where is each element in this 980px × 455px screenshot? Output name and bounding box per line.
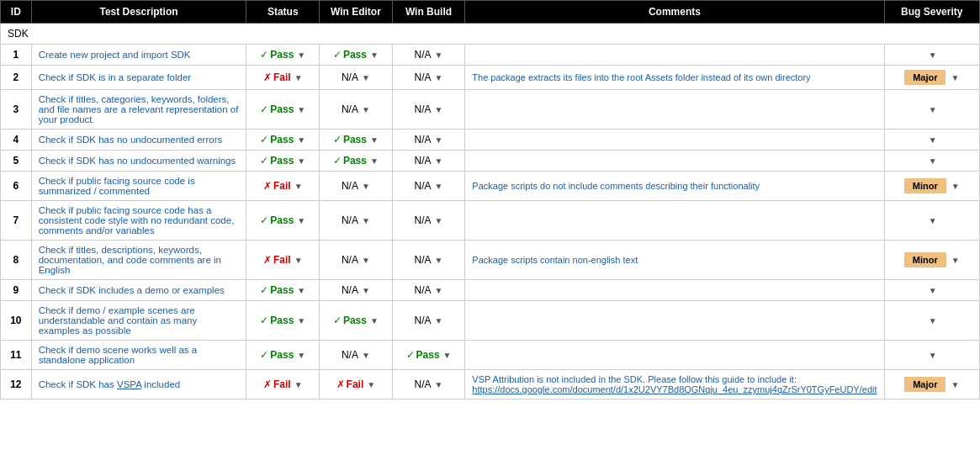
table-row: 1Create new project and import SDK✓ Pass… — [1, 45, 980, 66]
row-severity: Major▼ — [884, 66, 980, 90]
row-comments — [465, 280, 884, 301]
status-cell: N/A▼ — [320, 201, 393, 241]
status-cell: N/A▼ — [320, 280, 393, 301]
status-cell: N/A▼ — [320, 341, 393, 370]
table-row: 10Check if demo / example scenes are und… — [1, 301, 980, 341]
severity-badge: Minor — [904, 252, 946, 267]
row-comments — [465, 151, 884, 172]
row-comments: Package scripts do not include comments … — [465, 172, 884, 201]
status-cell: ✓ Pass▼ — [246, 341, 320, 370]
comments-link[interactable]: https://docs.google.com/document/d/1x2U2… — [472, 384, 877, 394]
status-cell: ✓ Pass▼ — [246, 280, 320, 301]
status-cell: ✗ Fail▼ — [246, 66, 320, 90]
severity-dropdown-arrow[interactable]: ▼ — [929, 351, 937, 360]
severity-dropdown-arrow[interactable]: ▼ — [929, 135, 937, 145]
table-row: 5Check if SDK has no undocumented warnin… — [1, 151, 980, 172]
status-cell: ✓ Pass▼ — [320, 45, 393, 66]
header-win-build: Win Build — [392, 1, 465, 24]
status-cell: N/A▼ — [320, 66, 393, 90]
row-comments — [465, 201, 884, 241]
row-severity: ▼ — [884, 45, 980, 66]
severity-dropdown-arrow[interactable]: ▼ — [951, 380, 959, 389]
header-bug-severity: Bug Severity — [884, 1, 980, 24]
status-cell: ✓ Pass▼ — [320, 301, 393, 341]
row-id: 1 — [1, 45, 32, 66]
test-results-table: ID Test Description Status Win Editor Wi… — [0, 0, 980, 399]
status-cell: ✓ Pass▼ — [246, 151, 320, 172]
status-cell: N/A▼ — [392, 201, 465, 241]
status-cell: N/A▼ — [320, 172, 393, 201]
row-id: 6 — [1, 172, 32, 201]
status-cell: N/A▼ — [392, 370, 465, 399]
row-description: Check if demo / example scenes are under… — [31, 301, 246, 341]
status-cell: N/A▼ — [392, 172, 465, 201]
severity-dropdown-arrow[interactable]: ▼ — [951, 182, 960, 191]
status-cell: ✓ Pass▼ — [320, 130, 393, 151]
row-severity: ▼ — [884, 130, 980, 151]
status-cell: N/A▼ — [320, 90, 393, 130]
severity-dropdown-arrow[interactable]: ▼ — [929, 316, 937, 325]
status-cell: N/A▼ — [392, 280, 465, 301]
status-cell: N/A▼ — [320, 241, 393, 280]
row-severity: Minor▼ — [884, 172, 980, 201]
row-id: 10 — [1, 301, 32, 341]
row-id: 8 — [1, 241, 32, 280]
severity-dropdown-arrow[interactable]: ▼ — [929, 216, 937, 225]
severity-dropdown-arrow[interactable]: ▼ — [929, 105, 937, 114]
status-cell: ✓ Pass▼ — [246, 130, 320, 151]
status-cell: ✗ Fail▼ — [320, 370, 393, 399]
status-cell: N/A▼ — [392, 301, 465, 341]
severity-dropdown-arrow[interactable]: ▼ — [951, 73, 959, 82]
sdk-section-label: SDK — [1, 24, 980, 45]
status-cell: ✓ Pass▼ — [246, 45, 320, 66]
severity-dropdown-arrow[interactable]: ▼ — [929, 50, 937, 60]
table-row: 2Check if SDK is in a separate folder✗ F… — [1, 66, 980, 90]
status-cell: ✗ Fail▼ — [246, 241, 320, 280]
status-cell: ✗ Fail▼ — [246, 370, 320, 399]
status-cell: ✗ Fail▼ — [246, 172, 320, 201]
row-description: Check if public facing source code has a… — [31, 201, 246, 241]
severity-dropdown-arrow[interactable]: ▼ — [951, 256, 960, 265]
row-description: Check if public facing source code is su… — [31, 172, 246, 201]
row-description: Check if SDK includes a demo or examples — [31, 280, 246, 301]
sdk-header-row: SDK — [1, 24, 980, 45]
header-win-editor: Win Editor — [320, 1, 393, 24]
table-row: 3Check if titles, categories, keywords, … — [1, 90, 980, 130]
row-comments — [465, 90, 884, 130]
severity-dropdown-arrow[interactable]: ▼ — [929, 286, 937, 295]
vspa-link[interactable]: VSPA — [117, 379, 141, 389]
status-cell: N/A▼ — [392, 151, 465, 172]
row-id: 7 — [1, 201, 32, 241]
status-cell: N/A▼ — [392, 66, 465, 90]
severity-badge: Major — [904, 70, 946, 85]
row-id: 9 — [1, 280, 32, 301]
row-comments — [465, 130, 884, 151]
table-row: 11Check if demo scene works well as a st… — [1, 341, 980, 370]
header-status: Status — [246, 1, 320, 24]
row-description: Check if SDK has no undocumented warning… — [31, 151, 246, 172]
status-cell: N/A▼ — [392, 241, 465, 280]
row-description: Check if titles, categories, keywords, f… — [31, 90, 246, 130]
row-id: 5 — [1, 151, 32, 172]
row-description: Check if titles, descriptions, keywords,… — [31, 241, 246, 280]
row-severity: Major▼ — [884, 370, 980, 399]
row-comments — [465, 341, 884, 370]
status-cell: N/A▼ — [392, 45, 465, 66]
row-comments: VSP Attribution is not included in the S… — [465, 370, 884, 399]
severity-badge: Minor — [904, 178, 946, 193]
header-comments: Comments — [465, 1, 884, 24]
row-severity: ▼ — [884, 280, 980, 301]
severity-dropdown-arrow[interactable]: ▼ — [929, 156, 937, 166]
header-test-description: Test Description — [31, 1, 246, 24]
row-id: 2 — [1, 66, 32, 90]
row-id: 4 — [1, 130, 32, 151]
table-row: 7Check if public facing source code has … — [1, 201, 980, 241]
row-description: Create new project and import SDK — [31, 45, 246, 66]
table-row: 8Check if titles, descriptions, keywords… — [1, 241, 980, 280]
status-cell: ✓ Pass▼ — [392, 341, 465, 370]
row-comments — [465, 45, 884, 66]
row-description: Check if SDK has VSPA included — [31, 370, 246, 399]
table-row: 9Check if SDK includes a demo or example… — [1, 280, 980, 301]
table-row: 6Check if public facing source code is s… — [1, 172, 980, 201]
row-comments: The package extracts its files into the … — [465, 66, 884, 90]
